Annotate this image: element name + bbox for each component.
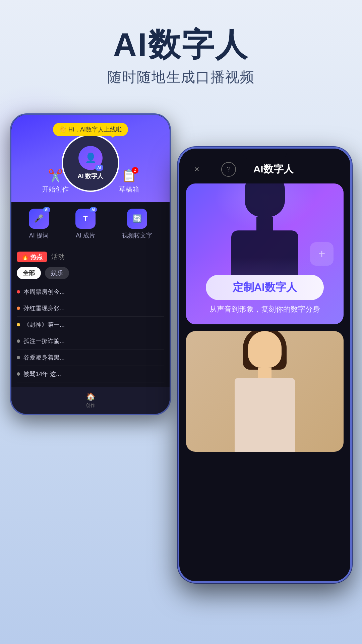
hot-dot-3 bbox=[17, 323, 20, 326]
draft-badge: 2 bbox=[132, 167, 138, 174]
notification-text: Hi，AI数字人上线啦 bbox=[68, 125, 122, 133]
notification-emoji: 👋 bbox=[59, 126, 66, 133]
hot-dot-6 bbox=[17, 372, 20, 376]
woman-neck bbox=[258, 368, 272, 378]
customize-cta-button[interactable]: 定制AI数字人 bbox=[206, 275, 324, 300]
nav-create[interactable]: 🏠 创作 bbox=[86, 392, 95, 409]
ai-circle-label: AI 数字人 bbox=[77, 172, 103, 180]
tool-ai-video[interactable]: T AI AI 成片 bbox=[75, 209, 96, 239]
phone-front: × ? AI数字人 + 定 bbox=[178, 147, 352, 583]
video-to-text-label: 视频转文字 bbox=[122, 231, 152, 239]
ai-video-label: AI 成片 bbox=[76, 231, 95, 239]
hot-item-2[interactable]: 孙红雷现身张... bbox=[17, 300, 164, 317]
scissors-icon: ✂️ bbox=[48, 169, 63, 183]
ai-prompt-label: AI 提词 bbox=[29, 231, 49, 239]
filter-entertainment[interactable]: 娱乐 bbox=[45, 267, 69, 279]
hot-text-5: 谷爱凌身着黑... bbox=[23, 354, 65, 362]
phone-back: 👋 Hi，AI数字人上线啦 ✦ 👤 AI AI 数字人 ✂️ bbox=[10, 113, 171, 415]
hot-list: 本周票房创今... 孙红雷现身张... 《封神》第一... 孤注一掷诈骗... bbox=[17, 284, 164, 382]
person-photo bbox=[186, 331, 344, 452]
woman-hair bbox=[243, 331, 287, 370]
close-button[interactable]: × bbox=[189, 162, 204, 177]
hot-item-1[interactable]: 本周票房创今... bbox=[17, 284, 164, 300]
pb-top-gradient: 👋 Hi，AI数字人上线啦 ✦ 👤 AI AI 数字人 ✂️ bbox=[11, 115, 170, 202]
ai-circle[interactable]: ✦ 👤 AI AI 数字人 bbox=[62, 134, 119, 192]
hot-item-4[interactable]: 孤注一掷诈骗... bbox=[17, 333, 164, 350]
pf-title: AI数字人 bbox=[253, 162, 294, 176]
hot-dot-5 bbox=[17, 356, 20, 359]
help-button[interactable]: ? bbox=[221, 162, 236, 177]
pb-hot-section: 🔥 热点 活动 全部 娱乐 本周票房创今... 孙红雷现身张... bbox=[11, 246, 170, 388]
hot-text-2: 孙红雷现身张... bbox=[23, 304, 65, 312]
ai-video-badge: AI bbox=[90, 207, 97, 212]
woman-body bbox=[235, 378, 295, 452]
hot-item-3[interactable]: 《封神》第一... bbox=[17, 317, 164, 333]
ai-badge: AI bbox=[95, 165, 103, 171]
hot-text-6: 被骂14年 这... bbox=[23, 370, 61, 378]
hot-dot-1 bbox=[17, 290, 20, 293]
filter-all[interactable]: 全部 bbox=[17, 267, 41, 279]
action-draft[interactable]: 📋 2 草稿箱 bbox=[119, 169, 139, 194]
hero-subtitle: 随时随地生成口播视频 bbox=[0, 68, 362, 87]
hot-text-1: 本周票房创今... bbox=[23, 288, 65, 296]
hot-text-4: 孤注一掷诈骗... bbox=[23, 337, 65, 345]
digital-human-card[interactable]: + 定制AI数字人 从声音到形象，复刻你的数字分身 bbox=[186, 183, 344, 324]
hero-title: AI数字人 bbox=[0, 27, 362, 62]
pb-filter-row: 全部 娱乐 bbox=[17, 267, 164, 279]
pb-tools-row: 🎤 AI AI 提词 T AI AI 成片 🔄 视频转文字 bbox=[11, 202, 170, 246]
hot-badge: 🔥 热点 bbox=[17, 252, 47, 262]
pb-hot-header: 🔥 热点 活动 bbox=[17, 252, 164, 262]
hot-dot-2 bbox=[17, 307, 20, 310]
silhouette-neck bbox=[256, 217, 273, 230]
video-to-text-icon: 🔄 bbox=[127, 209, 147, 229]
action-draft-label: 草稿箱 bbox=[119, 185, 139, 194]
hot-item-5[interactable]: 谷爱凌身着黑... bbox=[17, 350, 164, 366]
home-icon: 🏠 bbox=[86, 392, 95, 401]
card-description: 从声音到形象，复刻你的数字分身 bbox=[209, 304, 320, 314]
notification-bubble: 👋 Hi，AI数字人上线啦 bbox=[53, 123, 128, 136]
woman-figure bbox=[235, 331, 295, 452]
person-photo-card[interactable] bbox=[186, 331, 344, 452]
action-create-label: 开始创作 bbox=[42, 185, 69, 194]
pb-bottom-nav: 🏠 创作 bbox=[11, 387, 170, 414]
phones-container: 👋 Hi，AI数字人上线啦 ✦ 👤 AI AI 数字人 ✂️ bbox=[0, 107, 362, 623]
ai-prompt-badge: AI bbox=[43, 207, 50, 212]
hero-section: AI数字人 随时随地生成口播视频 bbox=[0, 0, 362, 100]
tool-video-to-text[interactable]: 🔄 视频转文字 bbox=[122, 209, 152, 239]
woman-head bbox=[248, 331, 282, 368]
avatar-person-icon: 👤 bbox=[85, 152, 97, 163]
silhouette-head bbox=[245, 183, 285, 217]
activity-tab[interactable]: 活动 bbox=[51, 252, 65, 261]
hot-dot-4 bbox=[17, 339, 20, 343]
hot-text-3: 《封神》第一... bbox=[23, 321, 65, 329]
ai-avatar: 👤 AI bbox=[78, 146, 103, 170]
hot-item-6[interactable]: 被骂14年 这... bbox=[17, 366, 164, 382]
phone-notch bbox=[243, 149, 287, 159]
tool-ai-prompt[interactable]: 🎤 AI AI 提词 bbox=[29, 209, 49, 239]
nav-create-label: 创作 bbox=[86, 402, 95, 409]
